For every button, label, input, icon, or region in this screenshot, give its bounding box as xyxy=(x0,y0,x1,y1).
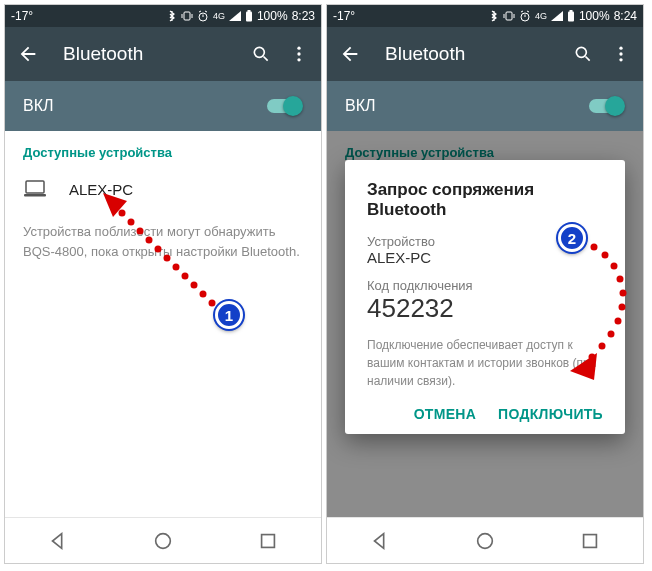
svg-rect-14 xyxy=(26,181,44,193)
available-devices-header: Доступные устройства xyxy=(345,145,625,160)
status-bar: -17° 4G 100% 8:23 xyxy=(5,5,321,27)
alarm-icon xyxy=(519,10,531,22)
svg-point-18 xyxy=(209,300,216,307)
svg-line-42 xyxy=(586,57,590,61)
page-title: Bluetooth xyxy=(385,43,555,65)
net-indicator: 4G xyxy=(535,11,547,21)
svg-point-30 xyxy=(156,533,171,548)
svg-point-12 xyxy=(297,52,300,55)
battery-pct: 100% xyxy=(579,9,610,23)
signal-icon xyxy=(229,11,241,21)
alarm-icon xyxy=(197,10,209,22)
svg-point-11 xyxy=(297,47,300,50)
code-label: Код подключения xyxy=(367,278,603,293)
bluetooth-toggle-row: ВКЛ xyxy=(327,81,643,131)
app-bar: Bluetooth xyxy=(5,27,321,81)
annotation-badge-2: 2 xyxy=(558,224,586,252)
status-bar: -17° 4G 100% 8:24 xyxy=(327,5,643,27)
nav-bar xyxy=(5,517,321,563)
svg-line-37 xyxy=(521,11,523,12)
available-devices-header: Доступные устройства xyxy=(23,145,303,160)
more-icon[interactable] xyxy=(611,44,631,64)
more-icon[interactable] xyxy=(289,44,309,64)
page-title: Bluetooth xyxy=(63,43,233,65)
svg-point-20 xyxy=(191,282,198,289)
svg-point-9 xyxy=(254,47,264,57)
svg-rect-8 xyxy=(247,10,250,12)
temp-indicator: -17° xyxy=(11,9,33,23)
net-indicator: 4G xyxy=(213,11,225,21)
battery-icon xyxy=(245,10,253,22)
svg-rect-7 xyxy=(246,12,252,22)
svg-rect-31 xyxy=(262,534,275,547)
svg-line-38 xyxy=(527,11,529,12)
nav-recent-icon[interactable] xyxy=(579,530,601,552)
svg-line-5 xyxy=(199,11,201,12)
svg-line-10 xyxy=(264,57,268,61)
confirm-button[interactable]: ПОДКЛЮЧИТЬ xyxy=(498,406,603,422)
toggle-label: ВКЛ xyxy=(345,97,376,115)
nav-home-icon[interactable] xyxy=(474,530,496,552)
pairing-dialog: Запрос сопряжения Bluetooth Устройство A… xyxy=(345,160,625,434)
device-list-item[interactable]: ALEX-PC xyxy=(23,174,303,204)
nav-recent-icon[interactable] xyxy=(257,530,279,552)
laptop-icon xyxy=(23,180,47,198)
svg-rect-32 xyxy=(506,12,512,20)
content-area: Доступные устройства ALEX-PC Устройства … xyxy=(5,131,321,275)
svg-rect-39 xyxy=(568,12,574,22)
cancel-button[interactable]: ОТМЕНА xyxy=(414,406,476,422)
toggle-label: ВКЛ xyxy=(23,97,54,115)
bluetooth-switch[interactable] xyxy=(265,96,303,116)
battery-icon xyxy=(567,10,575,22)
phone-screenshot-2: -17° 4G 100% 8:24 Bluetooth ВКЛ Доступны… xyxy=(326,4,644,564)
bluetooth-status-icon xyxy=(167,10,177,22)
svg-line-6 xyxy=(205,11,207,12)
bluetooth-toggle-row: ВКЛ xyxy=(5,81,321,131)
svg-point-13 xyxy=(297,58,300,61)
bluetooth-switch[interactable] xyxy=(587,96,625,116)
dialog-title: Запрос сопряжения Bluetooth xyxy=(367,180,603,220)
nav-home-icon[interactable] xyxy=(152,530,174,552)
annotation-badge-1: 1 xyxy=(215,301,243,329)
svg-rect-15 xyxy=(24,194,46,197)
app-bar: Bluetooth xyxy=(327,27,643,81)
svg-point-43 xyxy=(619,47,622,50)
back-icon[interactable] xyxy=(17,43,39,65)
vibrate-icon xyxy=(181,10,193,22)
svg-point-45 xyxy=(619,58,622,61)
nav-back-icon[interactable] xyxy=(369,530,391,552)
svg-rect-0 xyxy=(184,12,190,20)
device-name: ALEX-PC xyxy=(69,181,133,198)
bluetooth-status-icon xyxy=(489,10,499,22)
visibility-note: Устройства поблизости могут обнаружить B… xyxy=(23,222,303,261)
pairing-code: 452232 xyxy=(367,293,603,324)
dialog-note: Подключение обеспечивает доступ к вашим … xyxy=(367,336,603,390)
svg-point-58 xyxy=(478,533,493,548)
nav-back-icon[interactable] xyxy=(47,530,69,552)
clock: 8:23 xyxy=(292,9,315,23)
nav-bar xyxy=(327,517,643,563)
battery-pct: 100% xyxy=(257,9,288,23)
signal-icon xyxy=(551,11,563,21)
svg-point-41 xyxy=(576,47,586,57)
search-icon[interactable] xyxy=(251,44,271,64)
temp-indicator: -17° xyxy=(333,9,355,23)
svg-point-19 xyxy=(200,291,207,298)
phone-screenshot-1: -17° 4G 100% 8:23 Bluetooth ВКЛ Доступны… xyxy=(4,4,322,564)
vibrate-icon xyxy=(503,10,515,22)
back-icon[interactable] xyxy=(339,43,361,65)
clock: 8:24 xyxy=(614,9,637,23)
svg-point-44 xyxy=(619,52,622,55)
search-icon[interactable] xyxy=(573,44,593,64)
svg-rect-59 xyxy=(584,534,597,547)
svg-rect-40 xyxy=(569,10,572,12)
